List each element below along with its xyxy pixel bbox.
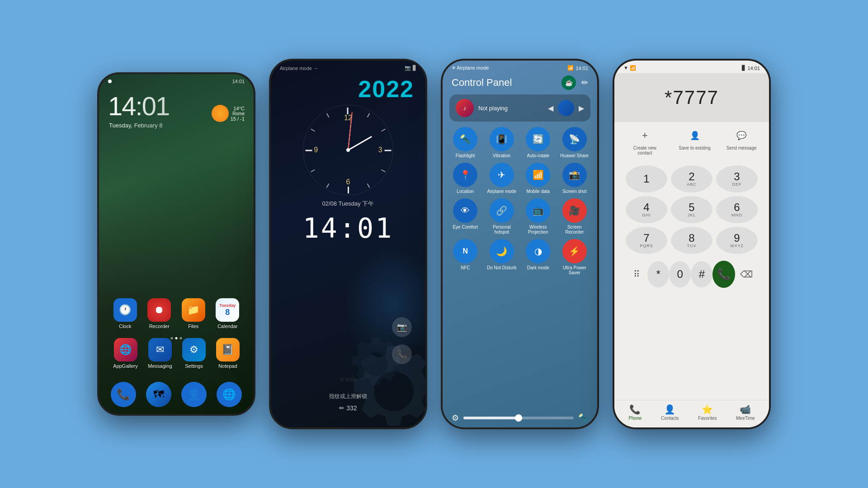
screenshot-circle: 📸 bbox=[562, 163, 587, 187]
key-2[interactable]: 2 ABC bbox=[671, 165, 712, 192]
key-hash-main: # bbox=[699, 269, 705, 280]
app-settings[interactable]: ⚙ Settings bbox=[182, 338, 206, 369]
hotspot-circle: 🔗 bbox=[490, 198, 514, 223]
key-8[interactable]: 8 TUV bbox=[671, 227, 712, 254]
key-grid[interactable]: ⠿ bbox=[626, 261, 647, 287]
key-1[interactable]: 1 bbox=[626, 165, 667, 192]
watermark: © VIVO bbox=[340, 377, 356, 382]
vibration-label: Vibration bbox=[493, 153, 510, 158]
location-btn[interactable]: 📍 Location bbox=[449, 163, 481, 194]
key-3[interactable]: 3 DEF bbox=[716, 165, 758, 192]
vibration-btn[interactable]: 📳 Vibration bbox=[486, 127, 518, 158]
phone2: Airplane mode → 📷 ▊ 2022 12 3 6 9 bbox=[269, 59, 427, 429]
app-appgallery[interactable]: 🌐 AppGallery bbox=[113, 338, 137, 369]
app-messaging[interactable]: ✉ Messaging bbox=[148, 338, 172, 369]
nav-meetime[interactable]: 📹 MeeTime bbox=[736, 404, 755, 421]
phone4-statusbar: ▼ 📶 ▊ 14:01 bbox=[614, 61, 769, 73]
flashlight-btn[interactable]: 🔦 Flashlight bbox=[449, 127, 481, 158]
nav-phone[interactable]: 📞 Phone bbox=[628, 404, 642, 421]
do-not-disturb-btn[interactable]: 🌙 Do Not Disturb bbox=[486, 239, 518, 275]
nfc-label: NFC bbox=[461, 265, 470, 270]
phone1-weather: 14°C Rome 15 / -1 bbox=[212, 105, 245, 122]
screenshot-btn[interactable]: 📸 Screen shot bbox=[559, 163, 591, 194]
eye-comfort-btn[interactable]: 👁 Eye Comfort bbox=[449, 198, 481, 235]
flashlight-label: Flashlight bbox=[456, 153, 475, 158]
do-not-disturb-circle: 🌙 bbox=[490, 239, 514, 263]
key-6[interactable]: 6 MNO bbox=[716, 196, 758, 223]
key-star[interactable]: * bbox=[647, 261, 669, 287]
app-recorder[interactable]: ⏺ Recorder bbox=[147, 298, 171, 329]
key-9-main: 9 bbox=[734, 233, 740, 244]
mobile-data-btn[interactable]: 📶 Mobile data bbox=[522, 163, 554, 194]
brightness-fill bbox=[463, 417, 519, 419]
brightness-knob[interactable] bbox=[515, 414, 522, 422]
camera-button[interactable]: 📷 bbox=[392, 317, 412, 337]
control-panel-header: Control Panel ☕ ✏ bbox=[443, 73, 597, 94]
app-files[interactable]: 📁 Files bbox=[182, 298, 205, 329]
create-contact-action[interactable]: + Create new contact bbox=[627, 127, 663, 155]
dock-phone[interactable]: 📞 bbox=[111, 382, 136, 407]
key-7[interactable]: 7 PQRS bbox=[626, 227, 667, 254]
next-icon[interactable]: ▶ bbox=[579, 104, 584, 113]
cp-settings-icon[interactable]: ⚙ bbox=[452, 413, 459, 423]
nav-favorites[interactable]: ⭐ Favorites bbox=[698, 404, 717, 421]
nav-phone-label: Phone bbox=[628, 416, 642, 421]
key-star-main: * bbox=[656, 269, 660, 280]
clock-center bbox=[346, 148, 350, 152]
call-button[interactable]: 📞 bbox=[712, 261, 735, 288]
send-message-action[interactable]: 💬 Send message bbox=[726, 127, 757, 155]
control-panel-title: Control Panel bbox=[452, 77, 512, 89]
app-notepad[interactable]: 📓 Notepad bbox=[216, 338, 240, 369]
hotspot-btn[interactable]: 🔗 Personal hotspot bbox=[486, 198, 518, 235]
vibration-circle: 📳 bbox=[490, 127, 514, 151]
dot-2 bbox=[175, 337, 178, 339]
dock-maps[interactable]: 🗺 bbox=[146, 382, 171, 407]
key-2-sub: ABC bbox=[687, 182, 697, 187]
key-9-sub: WXYZ bbox=[730, 244, 744, 248]
key-4-main: 4 bbox=[643, 202, 649, 213]
huawei-share-btn[interactable]: 📡 Huawei Share bbox=[559, 127, 591, 158]
nfc-btn[interactable]: N NFC bbox=[449, 239, 481, 275]
gear-bg-small bbox=[349, 337, 403, 391]
key-6-sub: MNO bbox=[731, 213, 742, 217]
prev-icon[interactable]: ◀ bbox=[548, 104, 553, 113]
cp-flashlight-icon[interactable]: 🔦 bbox=[578, 413, 588, 423]
key-4[interactable]: 4 GHI bbox=[626, 196, 667, 223]
phone2-battery: ▊ bbox=[413, 65, 416, 71]
brightness-bar[interactable] bbox=[463, 417, 574, 419]
dock-browser[interactable]: 🌐 bbox=[217, 382, 242, 407]
delete-button[interactable]: ⌫ bbox=[735, 261, 758, 288]
screen-recorder-btn[interactable]: 🎥 Screen Recorder bbox=[559, 198, 591, 235]
app-clock[interactable]: 🕐 Clock bbox=[113, 298, 137, 329]
phone1-dock: 📞 🗺 👤 🌐 bbox=[99, 382, 254, 407]
ultra-power-saver-btn[interactable]: ⚡ Ultra Power Saver bbox=[559, 239, 591, 275]
app-calendar-label: Calendar bbox=[217, 324, 238, 329]
airplane-btn[interactable]: ✈ Airplane mode bbox=[486, 163, 518, 194]
phone4-keypad: 1 2 ABC 3 DEF 4 GHI 5 JKL 6 MNO 7 PQRS 8 bbox=[614, 161, 769, 258]
autorotate-btn[interactable]: 🔄 Auto-rotate bbox=[522, 127, 554, 158]
nav-contacts[interactable]: 👤 Contacts bbox=[661, 404, 679, 421]
airplane-circle: ✈ bbox=[490, 163, 514, 187]
save-existing-action[interactable]: 👤 Save to existing bbox=[679, 127, 711, 155]
key-hash[interactable]: # bbox=[691, 261, 712, 287]
wireless-projection-btn[interactable]: 📺 Wireless Projection bbox=[522, 198, 554, 235]
do-not-disturb-label: Do Not Disturb bbox=[487, 265, 517, 270]
key-1-main: 1 bbox=[643, 174, 649, 184]
dot-3 bbox=[180, 337, 182, 339]
ultra-power-circle: ⚡ bbox=[562, 239, 587, 263]
key-5[interactable]: 5 JKL bbox=[671, 196, 712, 223]
phone-shortcut-button[interactable]: 📞 bbox=[392, 344, 412, 364]
huawei-share-circle: 📡 bbox=[562, 127, 587, 151]
mobile-data-label: Mobile data bbox=[526, 189, 550, 194]
phone3: ✈ Airplane mode 📶 14:01 Control Panel ☕ … bbox=[441, 59, 599, 429]
app-calendar[interactable]: Tuesday 8 Calendar bbox=[216, 298, 239, 329]
app-notepad-label: Notepad bbox=[218, 363, 237, 369]
nfc-circle: N bbox=[453, 239, 477, 263]
edit-icon[interactable]: ✏ bbox=[581, 78, 588, 88]
dark-mode-btn[interactable]: ◑ Dark mode bbox=[522, 239, 554, 275]
dock-contacts[interactable]: 👤 bbox=[181, 382, 207, 407]
app-files-label: Files bbox=[188, 324, 198, 329]
nav-contacts-label: Contacts bbox=[661, 416, 679, 421]
key-0[interactable]: 0 bbox=[669, 261, 691, 287]
key-9[interactable]: 9 WXYZ bbox=[716, 227, 758, 254]
